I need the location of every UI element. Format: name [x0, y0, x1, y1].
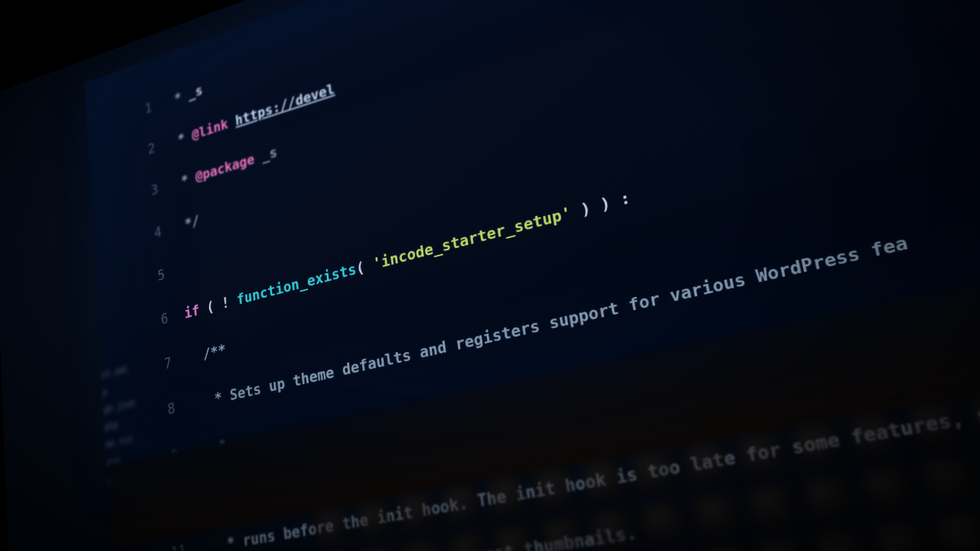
- line-number: 6: [142, 307, 169, 336]
- line-number: 1: [126, 97, 152, 126]
- line-number: 3: [132, 179, 159, 207]
- line-number: 7: [145, 351, 172, 380]
- line-number: 5: [139, 263, 166, 292]
- line-number: 11: [158, 539, 187, 551]
- line-number: 8: [148, 397, 176, 426]
- line-number: 4: [136, 220, 162, 249]
- line-number: 2: [129, 138, 155, 166]
